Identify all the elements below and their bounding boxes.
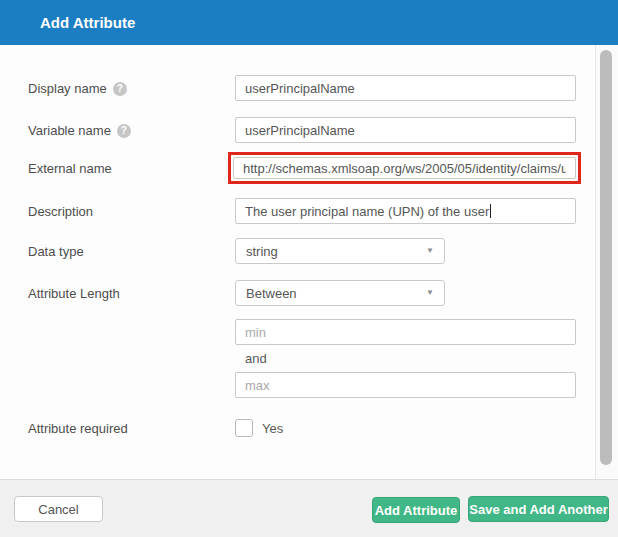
attribute-length-selected-value: Between bbox=[246, 286, 297, 301]
external-name-label: External name bbox=[28, 161, 112, 177]
data-type-label-row: Data type bbox=[28, 244, 84, 260]
and-separator-label: and bbox=[245, 351, 267, 366]
chevron-down-icon: ▼ bbox=[426, 247, 434, 255]
attribute-length-label: Attribute Length bbox=[28, 286, 120, 302]
attribute-length-label-row: Attribute Length bbox=[28, 286, 120, 302]
add-attribute-button[interactable]: Add Attribute bbox=[372, 497, 460, 523]
attribute-required-checkbox[interactable] bbox=[235, 419, 253, 437]
description-input[interactable]: The user principal name (UPN) of the use… bbox=[235, 198, 576, 224]
variable-name-input[interactable] bbox=[235, 117, 576, 143]
external-name-input[interactable] bbox=[233, 157, 576, 179]
dialog-footer: Cancel Add Attribute Save and Add Anothe… bbox=[0, 479, 618, 537]
add-attribute-dialog: Add Attribute Display name ? Variable na… bbox=[0, 0, 618, 537]
dialog-header: Add Attribute bbox=[0, 0, 618, 45]
variable-name-label-row: Variable name ? bbox=[28, 123, 131, 139]
help-icon[interactable]: ? bbox=[113, 82, 127, 96]
scrollbar-track[interactable] bbox=[595, 45, 618, 479]
display-name-label: Display name bbox=[28, 81, 107, 97]
data-type-select[interactable]: string ▼ bbox=[235, 238, 445, 264]
external-name-label-row: External name bbox=[28, 161, 112, 177]
chevron-down-icon: ▼ bbox=[426, 289, 434, 297]
attribute-required-label-row: Attribute required bbox=[28, 421, 128, 437]
attribute-length-select[interactable]: Between ▼ bbox=[235, 280, 445, 306]
display-name-input[interactable] bbox=[235, 75, 576, 101]
max-length-input[interactable] bbox=[235, 372, 576, 398]
variable-name-label: Variable name bbox=[28, 123, 111, 139]
data-type-selected-value: string bbox=[246, 244, 278, 259]
text-cursor bbox=[490, 204, 491, 218]
description-label-row: Description bbox=[28, 204, 93, 220]
scrollbar-thumb[interactable] bbox=[600, 50, 612, 465]
red-highlight-annotation bbox=[228, 152, 581, 184]
min-length-input[interactable] bbox=[235, 319, 576, 345]
data-type-label: Data type bbox=[28, 244, 84, 260]
dialog-title: Add Attribute bbox=[40, 14, 135, 31]
save-and-add-another-button[interactable]: Save and Add Another bbox=[468, 496, 609, 522]
description-label: Description bbox=[28, 204, 93, 220]
cancel-button[interactable]: Cancel bbox=[14, 496, 103, 522]
display-name-label-row: Display name ? bbox=[28, 81, 127, 97]
description-value: The user principal name (UPN) of the use… bbox=[245, 204, 489, 219]
attribute-required-label: Attribute required bbox=[28, 421, 128, 437]
help-icon[interactable]: ? bbox=[117, 124, 131, 138]
attribute-required-option-label: Yes bbox=[262, 421, 283, 436]
